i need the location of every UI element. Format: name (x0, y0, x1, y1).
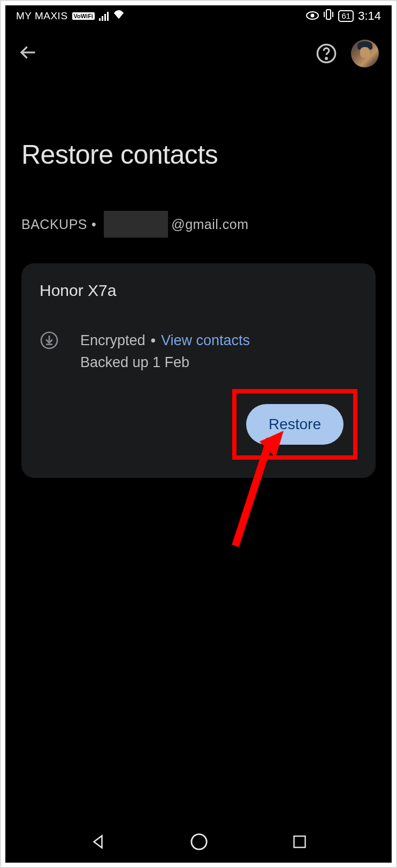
backup-text: Encrypted • View contacts Backed up 1 Fe… (80, 330, 250, 373)
redacted-email-name (104, 211, 168, 238)
vowifi-badge: VoWiFi (72, 12, 95, 20)
vibrate-icon (323, 9, 334, 24)
battery-icon: 61 (338, 10, 354, 22)
device-name: Honor X7a (40, 281, 357, 300)
backups-label: BACKUPS (21, 217, 87, 232)
svg-rect-16 (294, 836, 305, 848)
view-contacts-link[interactable]: View contacts (161, 330, 250, 352)
nav-recent-button[interactable] (292, 834, 307, 849)
encrypted-label: Encrypted (80, 330, 146, 352)
status-right: 61 3:14 (306, 9, 381, 24)
avatar[interactable] (351, 40, 379, 67)
back-button[interactable] (18, 43, 37, 64)
page-title: Restore contacts (21, 139, 376, 170)
svg-marker-14 (94, 836, 102, 848)
help-button[interactable] (315, 42, 338, 65)
backed-up-date: Backed up 1 Feb (80, 352, 250, 374)
app-bar (5, 27, 392, 80)
carrier-label: MY MAXIS (16, 10, 68, 22)
navigation-bar (5, 821, 392, 863)
button-row: Restore (40, 389, 357, 460)
dot-separator: • (151, 330, 156, 352)
status-left: MY MAXIS VoWiFi (16, 9, 125, 23)
separator: • (91, 217, 96, 232)
nav-back-button[interactable] (90, 834, 106, 850)
download-icon (40, 331, 59, 350)
svg-rect-2 (326, 10, 331, 19)
wifi-icon (113, 9, 125, 23)
restore-button[interactable]: Restore (246, 404, 343, 445)
status-bar: MY MAXIS VoWiFi (5, 5, 392, 27)
backup-card: Honor X7a Encrypted • View contacts (21, 263, 376, 478)
backup-detail-row: Encrypted • View contacts Backed up 1 Fe… (40, 330, 357, 373)
content: Restore contacts BACKUPS • @gmail.com Ho… (5, 139, 392, 478)
backups-account-line: BACKUPS • @gmail.com (21, 211, 376, 238)
eye-icon (306, 9, 319, 23)
annotation-highlight: Restore (232, 389, 357, 460)
svg-point-1 (311, 14, 315, 18)
nav-home-button[interactable] (190, 833, 208, 851)
svg-point-15 (192, 834, 207, 849)
clock: 3:14 (358, 9, 381, 23)
email-suffix: @gmail.com (171, 217, 248, 232)
signal-icon (99, 11, 109, 21)
svg-point-7 (326, 58, 327, 59)
